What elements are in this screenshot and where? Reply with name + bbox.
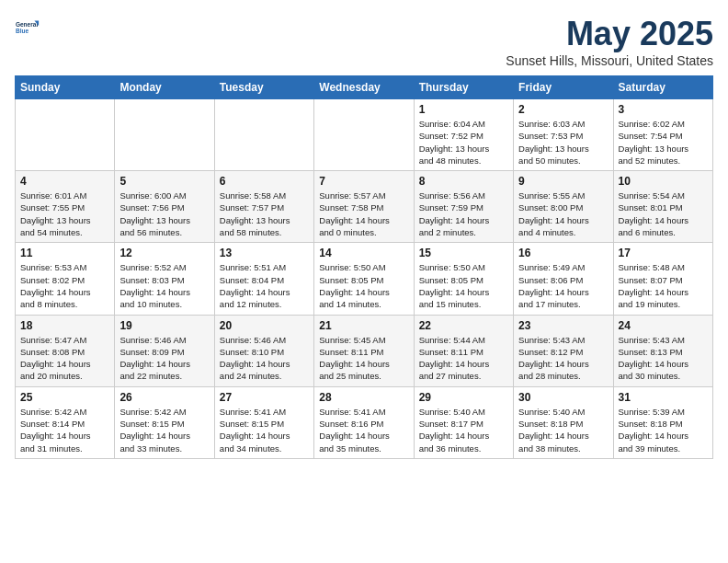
calendar-cell: 23Sunrise: 5:43 AM Sunset: 8:12 PM Dayli… [514, 315, 613, 386]
calendar-cell: 15Sunrise: 5:50 AM Sunset: 8:05 PM Dayli… [414, 243, 513, 315]
calendar-cell [115, 99, 214, 171]
day-number: 15 [419, 247, 508, 259]
calendar-cell: 26Sunrise: 5:42 AM Sunset: 8:15 PM Dayli… [115, 386, 214, 458]
day-number: 23 [518, 319, 608, 332]
day-info: Sunrise: 5:50 AM Sunset: 8:05 PM Dayligh… [419, 261, 508, 310]
day-number: 6 [220, 175, 309, 188]
calendar-cell: 17Sunrise: 5:48 AM Sunset: 8:07 PM Dayli… [613, 243, 712, 315]
calendar-cell: 5Sunrise: 6:00 AM Sunset: 7:56 PM Daylig… [115, 171, 214, 243]
day-number: 11 [20, 247, 109, 259]
day-number: 9 [518, 175, 608, 188]
calendar-cell: 1Sunrise: 6:04 AM Sunset: 7:52 PM Daylig… [414, 99, 513, 171]
calendar-cell: 10Sunrise: 5:54 AM Sunset: 8:01 PM Dayli… [613, 171, 712, 243]
day-number: 26 [119, 391, 209, 404]
day-number: 27 [220, 391, 309, 404]
title-area: May 2025 Sunset Hills, Missouri, United … [506, 15, 713, 68]
day-number: 3 [619, 103, 708, 116]
day-header: Saturday [613, 76, 712, 99]
day-number: 20 [220, 319, 309, 332]
day-info: Sunrise: 5:40 AM Sunset: 8:17 PM Dayligh… [419, 406, 508, 454]
calendar-cell: 18Sunrise: 5:47 AM Sunset: 8:08 PM Dayli… [16, 315, 115, 386]
calendar-cell [314, 99, 414, 171]
day-number: 18 [20, 319, 109, 332]
day-info: Sunrise: 5:54 AM Sunset: 8:01 PM Dayligh… [619, 190, 708, 238]
day-info: Sunrise: 5:43 AM Sunset: 8:13 PM Dayligh… [619, 334, 708, 383]
svg-text:Blue: Blue [16, 28, 28, 34]
day-info: Sunrise: 5:48 AM Sunset: 8:07 PM Dayligh… [619, 261, 708, 310]
calendar-subtitle: Sunset Hills, Missouri, United States [506, 53, 713, 68]
calendar-cell: 2Sunrise: 6:03 AM Sunset: 7:53 PM Daylig… [514, 99, 613, 171]
calendar-cell: 20Sunrise: 5:46 AM Sunset: 8:10 PM Dayli… [214, 315, 313, 386]
day-info: Sunrise: 5:43 AM Sunset: 8:12 PM Dayligh… [518, 334, 608, 383]
day-info: Sunrise: 5:53 AM Sunset: 8:02 PM Dayligh… [20, 261, 109, 310]
day-info: Sunrise: 5:41 AM Sunset: 8:16 PM Dayligh… [319, 406, 408, 454]
day-info: Sunrise: 5:41 AM Sunset: 8:15 PM Dayligh… [220, 406, 309, 454]
day-info: Sunrise: 5:58 AM Sunset: 7:57 PM Dayligh… [220, 190, 309, 238]
day-info: Sunrise: 5:50 AM Sunset: 8:05 PM Dayligh… [319, 261, 408, 310]
day-header: Wednesday [314, 76, 414, 99]
day-number: 28 [319, 391, 408, 404]
day-info: Sunrise: 5:45 AM Sunset: 8:11 PM Dayligh… [319, 334, 408, 383]
calendar-cell: 8Sunrise: 5:56 AM Sunset: 7:59 PM Daylig… [414, 171, 513, 243]
calendar-cell: 14Sunrise: 5:50 AM Sunset: 8:05 PM Dayli… [314, 243, 414, 315]
day-info: Sunrise: 5:42 AM Sunset: 8:14 PM Dayligh… [20, 406, 109, 454]
calendar-cell: 9Sunrise: 5:55 AM Sunset: 8:00 PM Daylig… [514, 171, 613, 243]
day-number: 8 [419, 175, 508, 188]
day-info: Sunrise: 5:47 AM Sunset: 8:08 PM Dayligh… [20, 334, 109, 383]
day-number: 17 [619, 247, 708, 259]
calendar-cell: 27Sunrise: 5:41 AM Sunset: 8:15 PM Dayli… [214, 386, 313, 458]
logo: GeneralBlue General Blue [15, 15, 40, 40]
day-number: 19 [119, 319, 209, 332]
calendar-cell: 7Sunrise: 5:57 AM Sunset: 7:58 PM Daylig… [314, 171, 414, 243]
day-number: 29 [419, 391, 508, 404]
calendar-cell: 13Sunrise: 5:51 AM Sunset: 8:04 PM Dayli… [214, 243, 313, 315]
calendar-cell: 19Sunrise: 5:46 AM Sunset: 8:09 PM Dayli… [115, 315, 214, 386]
day-info: Sunrise: 6:00 AM Sunset: 7:56 PM Dayligh… [119, 190, 209, 238]
logo-icon: GeneralBlue [15, 15, 40, 40]
svg-text:General: General [16, 21, 38, 28]
day-header: Friday [514, 76, 613, 99]
calendar-cell: 25Sunrise: 5:42 AM Sunset: 8:14 PM Dayli… [16, 386, 115, 458]
day-number: 10 [619, 175, 708, 188]
calendar-cell: 24Sunrise: 5:43 AM Sunset: 8:13 PM Dayli… [613, 315, 712, 386]
day-number: 31 [619, 391, 708, 404]
day-info: Sunrise: 6:03 AM Sunset: 7:53 PM Dayligh… [518, 118, 608, 167]
day-number: 4 [20, 175, 109, 188]
day-info: Sunrise: 5:56 AM Sunset: 7:59 PM Dayligh… [419, 190, 508, 238]
day-info: Sunrise: 5:40 AM Sunset: 8:18 PM Dayligh… [518, 406, 608, 454]
day-number: 30 [518, 391, 608, 404]
day-number: 24 [619, 319, 708, 332]
day-number: 1 [419, 103, 508, 116]
calendar-cell: 3Sunrise: 6:02 AM Sunset: 7:54 PM Daylig… [613, 99, 712, 171]
day-number: 13 [220, 247, 309, 259]
day-info: Sunrise: 6:02 AM Sunset: 7:54 PM Dayligh… [619, 118, 708, 167]
calendar-cell: 22Sunrise: 5:44 AM Sunset: 8:11 PM Dayli… [414, 315, 513, 386]
calendar-cell: 6Sunrise: 5:58 AM Sunset: 7:57 PM Daylig… [214, 171, 313, 243]
day-info: Sunrise: 5:42 AM Sunset: 8:15 PM Dayligh… [119, 406, 209, 454]
day-header: Tuesday [214, 76, 313, 99]
day-info: Sunrise: 5:46 AM Sunset: 8:10 PM Dayligh… [220, 334, 309, 383]
day-number: 14 [319, 247, 408, 259]
calendar-cell: 31Sunrise: 5:39 AM Sunset: 8:18 PM Dayli… [613, 386, 712, 458]
calendar-cell: 12Sunrise: 5:52 AM Sunset: 8:03 PM Dayli… [115, 243, 214, 315]
calendar-title: May 2025 [506, 15, 713, 53]
day-number: 12 [119, 247, 209, 259]
day-info: Sunrise: 5:51 AM Sunset: 8:04 PM Dayligh… [220, 261, 309, 310]
day-number: 25 [20, 391, 109, 404]
day-info: Sunrise: 5:44 AM Sunset: 8:11 PM Dayligh… [419, 334, 508, 383]
day-number: 21 [319, 319, 408, 332]
day-info: Sunrise: 5:46 AM Sunset: 8:09 PM Dayligh… [119, 334, 209, 383]
day-number: 5 [119, 175, 209, 188]
day-info: Sunrise: 5:52 AM Sunset: 8:03 PM Dayligh… [119, 261, 209, 310]
day-info: Sunrise: 5:49 AM Sunset: 8:06 PM Dayligh… [518, 261, 608, 310]
calendar-cell: 28Sunrise: 5:41 AM Sunset: 8:16 PM Dayli… [314, 386, 414, 458]
day-info: Sunrise: 5:39 AM Sunset: 8:18 PM Dayligh… [619, 406, 708, 454]
day-number: 16 [518, 247, 608, 259]
calendar-cell [214, 99, 313, 171]
calendar-cell: 11Sunrise: 5:53 AM Sunset: 8:02 PM Dayli… [16, 243, 115, 315]
calendar-cell: 30Sunrise: 5:40 AM Sunset: 8:18 PM Dayli… [514, 386, 613, 458]
calendar-cell: 21Sunrise: 5:45 AM Sunset: 8:11 PM Dayli… [314, 315, 414, 386]
calendar-cell [16, 99, 115, 171]
calendar-cell: 4Sunrise: 6:01 AM Sunset: 7:55 PM Daylig… [16, 171, 115, 243]
day-header: Monday [115, 76, 214, 99]
